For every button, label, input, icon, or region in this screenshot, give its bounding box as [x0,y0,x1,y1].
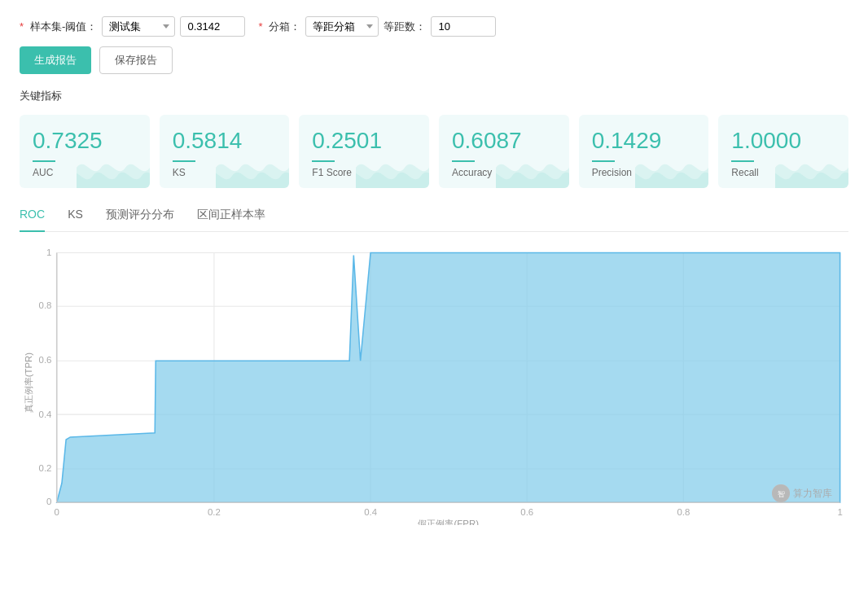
metric-divider-precision [592,160,615,162]
svg-text:0.8: 0.8 [677,507,690,517]
tab-roc[interactable]: ROC [20,208,45,232]
svg-text:0.6: 0.6 [520,507,533,517]
metric-name-recall: Recall [731,167,835,178]
metric-value-accuracy: 0.6087 [452,128,556,154]
bin-select[interactable]: 等距分箱 [305,16,379,37]
metric-value-ks: 0.5814 [173,128,277,154]
metric-name-accuracy: Accuracy [452,167,556,178]
svg-text:0.6: 0.6 [39,355,52,365]
chart-container: 真正例率(TPR) 1 0.8 0.6 0.4 0.2 0 0 [20,232,848,525]
svg-text:0: 0 [46,497,51,506]
metric-card-auc: 0.7325 AUC [20,115,150,188]
bin-label: 分箱： [269,20,300,34]
bin-control-group: * 分箱： 等距分箱 等距数： [258,16,496,37]
metric-divider-auc [33,160,55,162]
metric-divider-accuracy [452,160,475,162]
svg-text:0.2: 0.2 [208,507,221,517]
svg-text:0.4: 0.4 [39,409,52,419]
metric-value-auc: 0.7325 [33,128,137,154]
svg-text:0.4: 0.4 [364,507,377,517]
metric-card-accuracy: 0.6087 Accuracy [439,115,569,188]
svg-text:真正例率(TPR): 真正例率(TPR) [23,352,33,413]
metric-card-f1: 0.2501 F1 Score [299,115,429,188]
metric-card-precision: 0.1429 Precision [579,115,709,188]
metric-divider-f1 [312,160,335,162]
tab-ks[interactable]: KS [68,208,83,232]
metric-name-precision: Precision [592,167,696,178]
svg-text:0.2: 0.2 [39,463,52,473]
tab-interval[interactable]: 区间正样本率 [197,208,265,232]
chart-inner: 真正例率(TPR) 1 0.8 0.6 0.4 0.2 0 0 [20,240,848,525]
metric-name-f1: F1 Score [312,167,416,178]
watermark-icon: 智 [772,484,790,502]
buttons-row: 生成报告 保存报告 [20,46,848,74]
metrics-row: 0.7325 AUC 0.5814 KS 0.2501 F1 Score 0.6… [20,115,848,188]
sample-label: 样本集-阈值： [30,20,97,34]
metric-divider-ks [173,160,195,162]
svg-text:智: 智 [778,490,785,498]
required-star-sample: * [20,20,24,33]
controls-row: * 样本集-阈值： 测试集 * 分箱： 等距分箱 等距数： [20,16,848,37]
sample-select[interactable]: 测试集 [102,16,175,37]
metric-card-recall: 1.0000 Recall [718,115,848,188]
required-star-bin: * [258,20,262,33]
metric-value-recall: 1.0000 [731,128,835,154]
watermark: 智 算力智库 [772,484,832,502]
bin-count-label: 等距数： [384,20,426,34]
metric-value-f1: 0.2501 [312,128,416,154]
metric-card-ks: 0.5814 KS [160,115,290,188]
metric-name-ks: KS [173,167,277,178]
svg-text:假正例率(FPR): 假正例率(FPR) [418,519,479,525]
tabs-row: ROCKS预测评分分布区间正样本率 [20,208,848,232]
sample-control-group: * 样本集-阈值： 测试集 [20,16,245,37]
metric-value-precision: 0.1429 [592,128,696,154]
bin-count-input[interactable] [431,16,496,37]
metric-divider-recall [731,160,754,162]
generate-report-button[interactable]: 生成报告 [20,46,91,74]
metric-name-auc: AUC [33,167,137,178]
tab-score-dist[interactable]: 预测评分分布 [106,208,174,232]
section-title: 关键指标 [20,89,848,103]
svg-text:1: 1 [837,507,842,517]
svg-text:0: 0 [55,507,59,517]
svg-text:1: 1 [46,247,51,257]
roc-chart: 真正例率(TPR) 1 0.8 0.6 0.4 0.2 0 0 [20,240,848,525]
save-report-button[interactable]: 保存报告 [99,46,173,74]
svg-text:0.8: 0.8 [39,300,52,310]
watermark-text: 算力智库 [793,487,832,501]
threshold-input[interactable] [180,16,245,37]
